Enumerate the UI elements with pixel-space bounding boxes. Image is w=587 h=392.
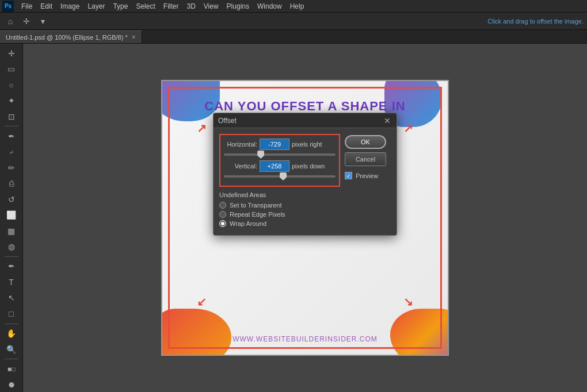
radio-wrap-label: Wrap Around bbox=[230, 220, 266, 227]
cancel-button[interactable]: Cancel bbox=[345, 152, 386, 166]
blob-bottom-right bbox=[390, 309, 448, 355]
quick-selection-tool[interactable]: ✦ bbox=[3, 93, 20, 107]
ps-logo: Ps bbox=[2, 1, 14, 12]
ok-button[interactable]: OK bbox=[345, 135, 386, 149]
radio-edge-label: Repeat Edge Pixels bbox=[230, 211, 285, 218]
tab-title: Untitled-1.psd @ 100% (Ellipse 1, RGB/8)… bbox=[6, 34, 128, 41]
shape-tool[interactable]: □ bbox=[3, 306, 20, 321]
menu-file[interactable]: File bbox=[17, 1, 36, 11]
vertical-field-row: Vertical: pixels down bbox=[224, 160, 336, 172]
pen-tool[interactable]: ✒ bbox=[3, 259, 20, 274]
blob-bottom-left bbox=[162, 309, 231, 355]
tool-separator-4 bbox=[5, 359, 18, 359]
main-area: ✛ ▭ ○ ✦ ⊡ ✒ ⌿ ✏ ⎙ ↺ ⬜ ▦ ◍ ✒ T ↖ □ ✋ 🔍 ◼◻… bbox=[0, 44, 587, 392]
menu-type[interactable]: Type bbox=[109, 1, 132, 11]
vertical-label: Vertical: bbox=[224, 163, 257, 170]
horizontal-unit: pixels right bbox=[292, 141, 322, 148]
dialog-title: Offset bbox=[218, 117, 237, 125]
preview-checkbox[interactable]: ✓ bbox=[345, 172, 352, 179]
tool-separator-3 bbox=[5, 324, 18, 324]
radio-repeat-edge[interactable]: Repeat Edge Pixels bbox=[219, 211, 340, 218]
vertical-slider[interactable] bbox=[224, 175, 336, 178]
left-toolbar: ✛ ▭ ○ ✦ ⊡ ✒ ⌿ ✏ ⎙ ↺ ⬜ ▦ ◍ ✒ T ↖ □ ✋ 🔍 ◼◻… bbox=[0, 44, 23, 392]
dialog-left-panel: Horizontal: pixels right Vertica bbox=[219, 134, 340, 229]
brush-tool[interactable]: ✏ bbox=[3, 160, 20, 175]
undefined-areas-label: Undefined Areas bbox=[219, 191, 340, 198]
foreground-bg-colors[interactable]: ◼◻ bbox=[3, 362, 20, 376]
menu-layer[interactable]: Layer bbox=[83, 1, 109, 11]
vertical-slider-track bbox=[224, 175, 336, 178]
menu-help[interactable]: Help bbox=[286, 1, 308, 11]
blur-tool[interactable]: ◍ bbox=[3, 239, 20, 253]
offset-dialog: Offset ✕ Horizontal: pixels right bbox=[213, 113, 397, 236]
arrow-tool-button[interactable]: ▾ bbox=[36, 14, 49, 28]
crop-tool[interactable]: ⊡ bbox=[3, 109, 20, 124]
menu-edit[interactable]: Edit bbox=[36, 1, 56, 11]
menu-3d[interactable]: 3D bbox=[182, 1, 199, 11]
arrow-bottom-right: ↘ bbox=[403, 295, 413, 309]
menu-view[interactable]: View bbox=[200, 1, 223, 11]
healing-tool[interactable]: ⌿ bbox=[3, 145, 20, 159]
dialog-body: Horizontal: pixels right Vertica bbox=[214, 128, 397, 235]
document-tab[interactable]: Untitled-1.psd @ 100% (Ellipse 1, RGB/8)… bbox=[0, 30, 142, 43]
tool-separator-2 bbox=[5, 256, 18, 257]
canvas-url: WWW.WEBSITEBUILDERINSIDER.COM bbox=[162, 335, 448, 343]
arrow-top-left: ↗ bbox=[197, 121, 207, 135]
horizontal-slider-track bbox=[224, 153, 336, 156]
stamp-tool[interactable]: ⎙ bbox=[3, 176, 20, 191]
radio-circle-transparent bbox=[219, 202, 226, 209]
tab-bar: Untitled-1.psd @ 100% (Ellipse 1, RGB/8)… bbox=[0, 30, 587, 44]
horizontal-input[interactable] bbox=[260, 139, 289, 150]
vertical-unit: pixels down bbox=[292, 163, 325, 170]
home-button[interactable]: ⌂ bbox=[3, 14, 17, 28]
menu-plugins[interactable]: Plugins bbox=[223, 1, 253, 11]
radio-wrap-around[interactable]: Wrap Around bbox=[219, 220, 340, 227]
menu-image[interactable]: Image bbox=[56, 1, 83, 11]
path-selection-tool[interactable]: ↖ bbox=[3, 291, 20, 305]
eyedropper-tool[interactable]: ✒ bbox=[3, 129, 20, 143]
canvas-area: CAN YOU OFFSET A SHAPE IN PHOTOSHOP? ↗ ↗… bbox=[23, 44, 587, 392]
menu-window[interactable]: Window bbox=[253, 1, 286, 11]
vertical-slider-thumb[interactable] bbox=[280, 172, 287, 180]
arrow-top-right: ↗ bbox=[403, 121, 413, 135]
horizontal-label: Horizontal: bbox=[224, 141, 257, 148]
move-tool[interactable]: ✛ bbox=[3, 46, 20, 60]
radio-circle-edge bbox=[219, 211, 226, 218]
menu-select[interactable]: Select bbox=[132, 1, 159, 11]
lasso-tool[interactable]: ○ bbox=[3, 78, 20, 92]
rectangular-marquee-tool[interactable]: ▭ bbox=[3, 62, 20, 76]
dialog-right-panel: OK Cancel ✓ Preview bbox=[345, 134, 391, 229]
horizontal-field-row: Horizontal: pixels right bbox=[224, 139, 336, 150]
tool-separator-1 bbox=[5, 126, 18, 126]
tab-close-button[interactable]: ✕ bbox=[131, 34, 136, 40]
dialog-titlebar: Offset ✕ bbox=[214, 113, 397, 128]
vertical-input[interactable] bbox=[260, 160, 289, 172]
dialog-close-button[interactable]: ✕ bbox=[383, 116, 392, 125]
eraser-tool[interactable]: ⬜ bbox=[3, 207, 20, 222]
quick-mask-mode[interactable]: ⬤ bbox=[3, 378, 20, 392]
horizontal-slider[interactable] bbox=[224, 153, 336, 156]
radio-circle-wrap bbox=[219, 220, 226, 227]
zoom-tool[interactable]: 🔍 bbox=[3, 342, 20, 356]
move-tool-button[interactable]: ✛ bbox=[20, 14, 33, 28]
preview-row: ✓ Preview bbox=[345, 172, 391, 179]
menu-filter[interactable]: Filter bbox=[159, 1, 183, 11]
radio-transparent-label: Set to Transparent bbox=[230, 202, 282, 209]
preview-label: Preview bbox=[356, 172, 378, 179]
toolbar-hint: Click and drag to offset the image. bbox=[487, 18, 584, 25]
horizontal-slider-thumb[interactable] bbox=[257, 151, 264, 159]
arrow-bottom-left: ↙ bbox=[197, 295, 207, 309]
radio-set-transparent[interactable]: Set to Transparent bbox=[219, 202, 340, 209]
hand-tool[interactable]: ✋ bbox=[3, 326, 20, 340]
gradient-tool[interactable]: ▦ bbox=[3, 224, 20, 238]
toolbar-bar: ⌂ ✛ ▾ Click and drag to offset the image… bbox=[0, 13, 587, 30]
history-brush-tool[interactable]: ↺ bbox=[3, 192, 20, 206]
menu-bar: Ps File Edit Image Layer Type Select Fil… bbox=[0, 0, 587, 13]
type-tool[interactable]: T bbox=[3, 275, 20, 289]
